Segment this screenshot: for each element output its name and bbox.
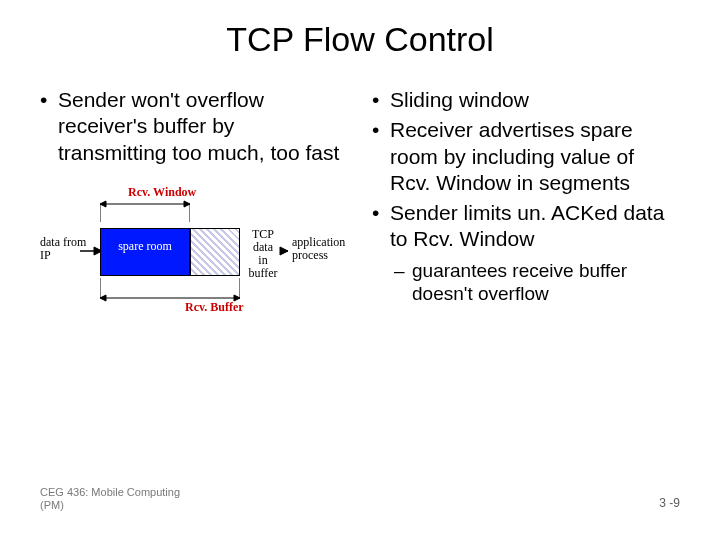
rcvwindow-label: Rcv. Window bbox=[128, 185, 196, 200]
right-bullet-3: Sender limits un. ACKed data to Rcv. Win… bbox=[372, 200, 680, 253]
tcp-data-box bbox=[190, 228, 240, 276]
arrow-in-icon bbox=[80, 246, 102, 256]
content-columns: Sender won't overflow receiver's buffer … bbox=[40, 87, 680, 338]
footer-left-text: CEG 436: Mobile Computing (PM) bbox=[40, 486, 180, 511]
footer-left: CEG 436: Mobile Computing (PM) bbox=[40, 486, 180, 512]
arrow-out-icon bbox=[240, 246, 288, 256]
rcvbuffer-label: Rcv. Buffer bbox=[185, 300, 244, 315]
svg-marker-2 bbox=[184, 201, 190, 207]
right-bullet-2: Receiver advertises spare room by includ… bbox=[372, 117, 680, 196]
right-bullet-1: Sliding window bbox=[372, 87, 680, 113]
left-column: Sender won't overflow receiver's buffer … bbox=[40, 87, 348, 338]
spare-room-box: spare room bbox=[100, 228, 190, 276]
app-process-label: application process bbox=[292, 236, 345, 262]
right-sub-bullets: guarantees receive buffer doesn't overfl… bbox=[372, 259, 680, 307]
app-process-text: application process bbox=[292, 235, 345, 262]
right-sub-1: guarantees receive buffer doesn't overfl… bbox=[372, 259, 680, 307]
svg-marker-1 bbox=[100, 201, 106, 207]
svg-marker-8 bbox=[280, 247, 288, 255]
spare-room-text: spare room bbox=[118, 239, 172, 253]
right-column: Sliding window Receiver advertises spare… bbox=[372, 87, 680, 338]
footer-right: 3 -9 bbox=[659, 496, 680, 510]
svg-marker-12 bbox=[100, 295, 106, 301]
slide: TCP Flow Control Sender won't overflow r… bbox=[0, 0, 720, 540]
page-title: TCP Flow Control bbox=[40, 20, 680, 59]
left-bullet-1: Sender won't overflow receiver's buffer … bbox=[40, 87, 348, 166]
rcvwindow-bracket bbox=[100, 198, 190, 222]
left-bullets: Sender won't overflow receiver's buffer … bbox=[40, 87, 348, 166]
right-bullets: Sliding window Receiver advertises spare… bbox=[372, 87, 680, 253]
buffer-diagram: Rcv. Window data from IP spare room TCP … bbox=[40, 188, 340, 338]
